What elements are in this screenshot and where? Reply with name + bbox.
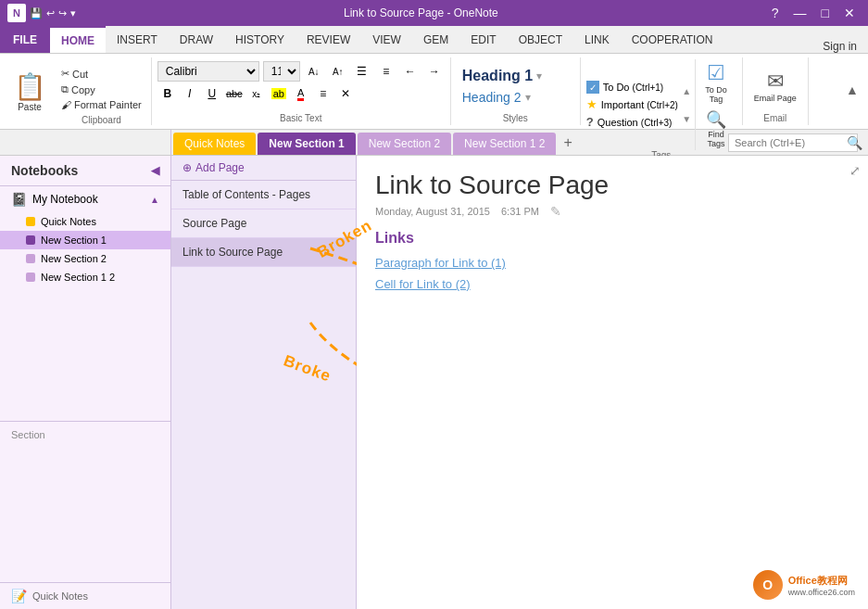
heading2-arrow: ▾ (525, 91, 531, 104)
tab-object[interactable]: OBJECT (508, 26, 573, 53)
font-family-select[interactable]: Calibri (157, 61, 259, 82)
link1[interactable]: Paragraph for Link to (1) (375, 256, 849, 270)
quick-access-redo[interactable]: ↪ (58, 7, 67, 19)
indent-more-btn[interactable]: → (424, 61, 445, 82)
tab-review[interactable]: REVIEW (296, 26, 361, 53)
tab-history[interactable]: HISTORY (224, 26, 296, 53)
expand-note-btn[interactable]: ⤢ (849, 163, 861, 178)
bold-btn[interactable]: B (157, 83, 178, 104)
add-section-btn[interactable]: + (556, 131, 579, 155)
todo-tag[interactable]: ✓ To Do (Ctrl+1) (586, 80, 679, 95)
tab-quick-notes[interactable]: Quick Notes (173, 133, 256, 155)
tab-gem[interactable]: GEM (412, 26, 459, 53)
sign-in[interactable]: Sign in (811, 40, 868, 53)
tab-view[interactable]: VIEW (361, 26, 412, 53)
notebooks-collapse-btn[interactable]: ◀ (151, 164, 159, 177)
watermark-text: Office教程网 www.office26.com (788, 574, 855, 597)
close-btn[interactable]: ✕ (838, 6, 861, 20)
note-header: Link to Source Page Monday, August 31, 2… (357, 156, 868, 222)
notebooks-title: Notebooks (11, 163, 78, 178)
page-item-toc[interactable]: Table of Contents - Pages (171, 181, 356, 209)
format-row: B I U abc x₂ ab A ≡ ✕ (157, 83, 445, 104)
tab-cooperation[interactable]: COOPERATION (621, 26, 724, 53)
link2[interactable]: Cell for Link to (2) (375, 277, 849, 291)
my-notebook-item[interactable]: 📓 My Notebook ▲ (0, 186, 170, 212)
tab-new-section-1[interactable]: New Section 1 (258, 133, 355, 155)
todo-label: To Do (Ctrl+1) (603, 82, 663, 93)
clipboard-small-buttons: ✂ Cut ⧉ Copy 🖌 Format Painter (56, 63, 147, 115)
email-page-button[interactable]: ✉ Email Page (750, 68, 800, 105)
tags-scroll-down[interactable]: ▼ (682, 114, 691, 124)
notebooks-header: Notebooks ◀ (0, 156, 170, 186)
increase-font-btn[interactable]: A↑ (328, 61, 348, 82)
tab-new-section-2[interactable]: New Section 2 (358, 133, 451, 155)
search-icon[interactable]: 🔍 (847, 135, 862, 150)
scissors-icon: ✂ (61, 68, 69, 80)
quick-access-undo[interactable]: ↩ (46, 7, 55, 19)
heading2-label: Heading 2 (462, 90, 522, 105)
heading1-style[interactable]: Heading 1 ▾ (459, 66, 572, 86)
numbered-list-btn[interactable]: ≡ (376, 61, 396, 82)
important-tag[interactable]: ★ Important (Ctrl+2) (586, 96, 679, 112)
tab-new-section-12[interactable]: New Section 1 2 (453, 133, 556, 155)
page-item-source[interactable]: Source Page (171, 209, 356, 238)
tab-edit[interactable]: EDIT (459, 26, 507, 53)
underline-btn[interactable]: U (202, 83, 222, 104)
indent-less-btn[interactable]: ← (400, 61, 421, 82)
add-page-button[interactable]: ⊕ Add Page (171, 156, 356, 181)
note-area: ⤢ Link to Source Page Monday, August 31,… (357, 156, 868, 609)
notebooks-spacer (0, 130, 171, 155)
note-date: Monday, August 31, 2015 (375, 206, 490, 217)
search-area: 🔍 (723, 130, 868, 155)
heading1-arrow: ▾ (536, 70, 542, 82)
font-size-select[interactable]: 11 (263, 61, 300, 82)
question-tag[interactable]: ? Question (Ctrl+3) (586, 114, 679, 130)
heading2-style[interactable]: Heading 2 ▾ (459, 88, 572, 107)
minimize-btn[interactable]: — (788, 6, 812, 20)
sidebar-new-section-2-label: New Section 2 (41, 253, 107, 264)
collapse-ribbon-btn[interactable]: ▲ (846, 82, 864, 101)
copy-button[interactable]: ⧉ Copy (59, 82, 144, 96)
sidebar-new-section-1-label: New Section 1 (41, 235, 107, 246)
sidebar-section-new-section-2[interactable]: New Section 2 (0, 249, 170, 268)
quick-access-save[interactable]: 💾 (30, 7, 43, 19)
todo-tag-button[interactable]: ☑ To DoTag (699, 59, 733, 106)
tags-scroll-up[interactable]: ▲ (682, 86, 691, 96)
tab-insert[interactable]: INSERT (106, 26, 169, 53)
italic-btn[interactable]: I (180, 83, 200, 104)
paste-button[interactable]: 📋 Paste (4, 59, 56, 123)
tab-draw[interactable]: DRAW (169, 26, 224, 53)
list-btn[interactable]: ☰ (352, 61, 372, 82)
sidebar-footer-quick-notes[interactable]: 📝 Quick Notes (0, 582, 170, 609)
cut-button[interactable]: ✂ Cut (59, 67, 144, 81)
font-color-btn[interactable]: A (291, 83, 311, 104)
format-painter-button[interactable]: 🖌 Format Painter (59, 98, 144, 111)
tab-home[interactable]: HOME (50, 26, 106, 53)
paste-icon: 📋 (14, 71, 46, 102)
align-btn[interactable]: ≡ (313, 83, 333, 104)
tab-link[interactable]: LINK (573, 26, 621, 53)
office-watermark: O Office教程网 www.office26.com (746, 566, 862, 603)
question-icon: ? (586, 115, 594, 129)
sidebar-section-new-section-12[interactable]: New Section 1 2 (0, 268, 170, 286)
note-edit-icon[interactable]: ✎ (550, 204, 561, 219)
window-title: Link to Source Page - OneNote (76, 6, 766, 19)
page-item-link-to-source[interactable]: Link to Source Page (171, 238, 356, 267)
site-url: www.office26.com (788, 588, 855, 597)
format-painter-label: Format Painter (74, 99, 142, 110)
decrease-font-btn[interactable]: A↓ (304, 61, 324, 82)
note-meta: Monday, August 31, 2015 6:31 PM ✎ (375, 204, 849, 219)
sidebar-section-new-section-1[interactable]: New Section 1 (0, 231, 170, 249)
help-btn[interactable]: ? (766, 6, 785, 20)
note-body: Links Paragraph for Link to (1) Cell for… (357, 222, 868, 306)
highlight-btn[interactable]: ab (269, 83, 289, 104)
note-time: 6:31 PM (501, 206, 539, 217)
strikethrough-btn[interactable]: abc (224, 83, 245, 104)
tab-file[interactable]: FILE (0, 26, 50, 53)
subscript-btn[interactable]: x₂ (246, 83, 267, 104)
clear-formatting-btn[interactable]: ✕ (335, 83, 356, 104)
sidebar-section-quick-notes[interactable]: Quick Notes (0, 212, 170, 231)
sidebar-new-section-12-label: New Section 1 2 (41, 272, 115, 283)
maximize-btn[interactable]: □ (816, 6, 835, 20)
search-input[interactable] (728, 133, 858, 152)
